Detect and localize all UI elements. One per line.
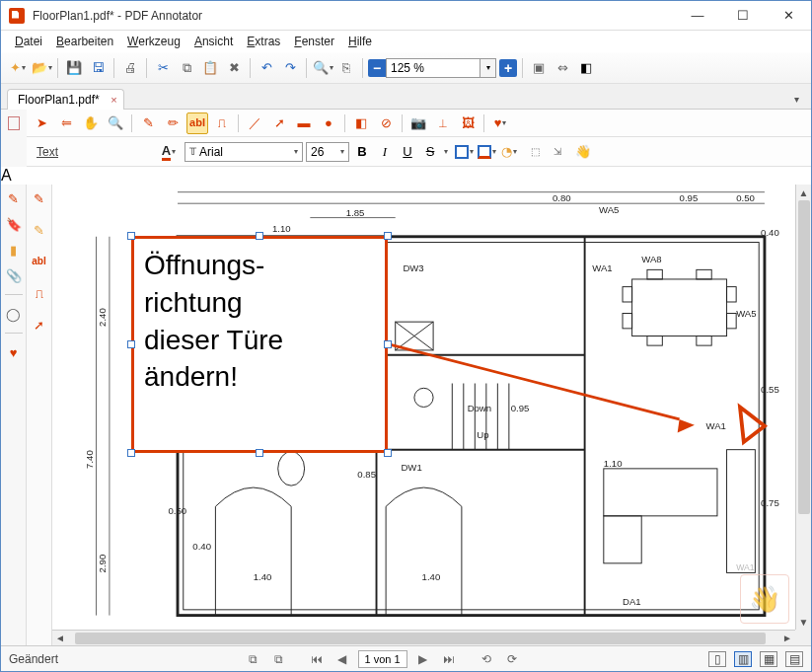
page-number-input[interactable]: [358, 650, 407, 668]
selection-handle-nw[interactable]: [127, 232, 135, 240]
sidebar-heart-icon[interactable]: ♥: [4, 342, 24, 362]
document-canvas[interactable]: 1.85 1.10 0.80 0.95 0.50 0.40 2.40 7.40 …: [52, 185, 795, 630]
whiteout-tool[interactable]: ⊘: [375, 112, 397, 134]
menu-help[interactable]: Hilfe: [342, 33, 378, 50]
fav-marker[interactable]: ✎: [30, 220, 49, 240]
page-next-button[interactable]: ▶: [413, 650, 433, 668]
sidebar-page-icon[interactable]: ▮: [4, 240, 24, 260]
bold-button[interactable]: B: [352, 142, 372, 162]
text-annotation[interactable]: Öffnungs-richtungdieser Türeändern!: [131, 236, 388, 453]
font-size-select[interactable]: 26 ▾: [306, 142, 349, 162]
menu-file[interactable]: Datei: [9, 33, 48, 50]
copy-button[interactable]: ⧉: [176, 57, 197, 79]
horizontal-scrollbar[interactable]: ◄ ►: [52, 630, 795, 645]
page-thumb-next[interactable]: ⧉: [269, 650, 289, 668]
view-book-button[interactable]: ▤: [785, 651, 803, 667]
selection-handle-se[interactable]: [384, 449, 392, 457]
line-tool[interactable]: ／: [244, 112, 265, 134]
sidebar-circle-icon[interactable]: ◯: [4, 304, 24, 324]
sidebar-bookmark-icon[interactable]: 🔖: [4, 214, 24, 234]
fill-color-button[interactable]: ▾: [454, 142, 474, 162]
fav-text[interactable]: abI: [30, 252, 49, 271]
page-thumb-prev[interactable]: ⧉: [244, 650, 263, 668]
zoom-dropdown[interactable]: ▾: [480, 58, 496, 78]
view-two-page-button[interactable]: ▦: [760, 651, 777, 667]
redo-button[interactable]: ↷: [279, 57, 301, 79]
pointer-tool[interactable]: ➤: [31, 112, 52, 134]
fav-pen-red[interactable]: ✎: [30, 188, 49, 208]
selection-handle-sw[interactable]: [127, 449, 135, 457]
delete-button[interactable]: ✖: [223, 57, 245, 79]
font-color-button[interactable]: A▾: [159, 142, 179, 162]
scroll-right-arrow[interactable]: ►: [779, 632, 795, 645]
page-last-button[interactable]: ⏭: [439, 650, 459, 668]
fullscreen-button[interactable]: ◧: [575, 57, 597, 79]
selection-handle-n[interactable]: [256, 232, 263, 240]
selection-handle-e[interactable]: [384, 340, 392, 348]
fav-arrow[interactable]: ➚: [30, 315, 49, 335]
sidebar-attach-icon[interactable]: 📎: [4, 265, 24, 285]
opacity-button[interactable]: ◔▾: [499, 142, 519, 162]
open-button[interactable]: 📂▾: [31, 57, 52, 79]
eraser-tool[interactable]: ◧: [350, 112, 372, 134]
zoom-tool[interactable]: 🔍: [105, 112, 126, 134]
sidebar-pen-icon[interactable]: ✎: [4, 188, 24, 208]
fav-stamp[interactable]: ⎍: [30, 283, 49, 303]
undo-button[interactable]: ↶: [256, 57, 277, 79]
rect-tool[interactable]: ▬: [293, 112, 315, 134]
autosize-button[interactable]: ⇲: [548, 142, 567, 162]
nav-back-button[interactable]: ⟲: [477, 650, 496, 668]
underline-button[interactable]: U: [398, 142, 417, 162]
zoom-in-button[interactable]: +: [499, 59, 517, 77]
vertical-scroll-thumb[interactable]: [798, 200, 810, 514]
italic-button[interactable]: I: [375, 142, 395, 162]
fit-box-button[interactable]: ⬚: [525, 142, 545, 162]
menu-extras[interactable]: Extras: [241, 33, 286, 50]
fit-page-button[interactable]: ▣: [528, 57, 550, 79]
save-as-button[interactable]: 🖫: [87, 57, 109, 79]
zoom-input[interactable]: [386, 58, 480, 78]
minimize-button[interactable]: —: [675, 1, 720, 31]
stamp-tool[interactable]: ⎍: [211, 112, 233, 134]
strike-button[interactable]: S: [420, 142, 440, 162]
selection-handle-ne[interactable]: [384, 232, 392, 240]
paste-button[interactable]: 📋: [199, 57, 221, 79]
save-button[interactable]: 💾: [63, 57, 85, 79]
menu-tool[interactable]: Werkzeug: [121, 33, 186, 50]
print-button[interactable]: 🖨: [119, 57, 141, 79]
scroll-down-arrow[interactable]: ▼: [797, 614, 811, 630]
marker-tool[interactable]: ✏: [162, 112, 184, 134]
snapshot-tool[interactable]: 📷: [407, 112, 429, 134]
find-button[interactable]: 🔍▾: [312, 57, 333, 79]
pen-tool[interactable]: ✎: [137, 112, 159, 134]
document-tab[interactable]: FloorPlan1.pdf* ×: [7, 89, 124, 110]
view-single-button[interactable]: ▯: [708, 651, 726, 667]
nav-forward-button[interactable]: ⟳: [502, 650, 522, 668]
selection-handle-w[interactable]: [127, 340, 135, 348]
tab-list-dropdown[interactable]: ▾: [788, 90, 805, 109]
crop-tool[interactable]: ⟂: [432, 112, 454, 134]
view-continuous-button[interactable]: ▥: [734, 651, 752, 667]
menu-view[interactable]: Ansicht: [188, 33, 239, 50]
tab-close-icon[interactable]: ×: [111, 94, 116, 106]
favorite-tool[interactable]: ♥▾: [489, 112, 511, 134]
lasso-tool[interactable]: ⥢: [55, 112, 77, 134]
maximize-button[interactable]: ☐: [720, 1, 766, 31]
page-first-button[interactable]: ⏮: [307, 650, 327, 668]
page-prev-button[interactable]: ◀: [332, 650, 352, 668]
vertical-scrollbar[interactable]: ▲ ▼: [795, 185, 811, 630]
horizontal-scroll-thumb[interactable]: [75, 633, 765, 644]
goto-button[interactable]: ⎘: [335, 57, 357, 79]
close-button[interactable]: ✕: [766, 1, 811, 31]
font-name-select[interactable]: 𝕋 Arial ▾: [185, 142, 303, 162]
new-button[interactable]: ✦▾: [7, 57, 29, 79]
pan-tool[interactable]: ✋: [80, 112, 102, 134]
arrow-tool[interactable]: ➚: [268, 112, 290, 134]
ellipse-tool[interactable]: ●: [318, 112, 339, 134]
align-dropdown[interactable]: ▾: [444, 147, 448, 156]
image-tool[interactable]: 🖼: [457, 112, 479, 134]
scroll-left-arrow[interactable]: ◄: [52, 632, 68, 645]
hand-gesture-button[interactable]: 👋: [573, 142, 593, 162]
page-icon[interactable]: [4, 113, 24, 133]
text-tool[interactable]: abI: [186, 112, 208, 134]
